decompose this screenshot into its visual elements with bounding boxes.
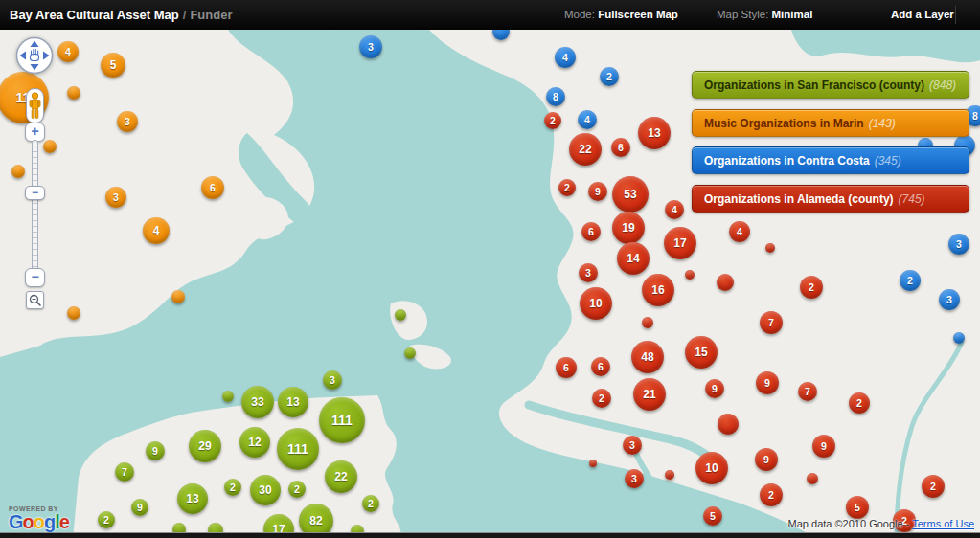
cluster-marker[interactable]: [765, 243, 775, 253]
cluster-marker[interactable]: [404, 347, 416, 359]
cluster-marker[interactable]: 9: [755, 448, 778, 471]
cluster-marker[interactable]: 2: [558, 179, 576, 196]
cluster-marker[interactable]: 29: [189, 430, 221, 462]
cluster-marker[interactable]: 30: [250, 475, 281, 505]
cluster-marker[interactable]: 2: [760, 483, 783, 506]
terms-of-use-link[interactable]: Terms of Use: [912, 518, 974, 529]
cluster-marker[interactable]: 13: [278, 387, 308, 417]
cluster-marker[interactable]: [642, 317, 653, 328]
cluster-marker[interactable]: [685, 270, 695, 280]
cluster-marker[interactable]: 33: [241, 386, 274, 418]
cluster-marker[interactable]: 19: [612, 212, 645, 244]
cluster-marker[interactable]: 2: [544, 112, 561, 129]
cluster-marker[interactable]: 22: [569, 133, 602, 166]
cluster-marker[interactable]: 3: [579, 263, 598, 282]
cluster-marker[interactable]: 8: [546, 87, 565, 106]
cluster-marker[interactable]: 14: [617, 242, 650, 275]
cluster-marker[interactable]: 4: [665, 200, 684, 219]
cluster-marker[interactable]: 15: [685, 336, 718, 369]
zoom-in-button[interactable]: +: [25, 123, 45, 142]
zoom-out-button[interactable]: −: [25, 268, 45, 287]
cluster-marker[interactable]: [67, 306, 80, 320]
cluster-marker[interactable]: [953, 332, 965, 344]
cluster-marker[interactable]: 2: [849, 392, 870, 414]
cluster-marker[interactable]: 10: [695, 452, 728, 484]
cluster-marker[interactable]: 3: [625, 469, 644, 488]
cluster-marker[interactable]: 2: [600, 67, 619, 86]
cluster-marker[interactable]: 3: [623, 436, 642, 455]
cluster-marker[interactable]: [67, 86, 80, 100]
cluster-marker[interactable]: 3: [323, 370, 342, 390]
cluster-marker[interactable]: 3: [117, 111, 138, 132]
cluster-marker[interactable]: 6: [611, 138, 630, 157]
cluster-marker[interactable]: [43, 140, 57, 153]
cluster-marker[interactable]: 7: [115, 462, 134, 482]
cluster-marker[interactable]: 3: [948, 234, 969, 255]
cluster-marker[interactable]: [171, 290, 185, 303]
legend-item-alameda[interactable]: Organizations in Alameda (county)(745): [692, 185, 969, 213]
cluster-marker[interactable]: 22: [325, 460, 357, 493]
cluster-marker[interactable]: 3: [105, 187, 126, 208]
cluster-marker[interactable]: 9: [131, 499, 148, 516]
legend-item-sf[interactable]: Organizations in San Francisco (county)(…: [692, 71, 969, 99]
zoom-magnifier-button[interactable]: [26, 291, 44, 309]
cluster-marker[interactable]: [665, 470, 674, 480]
cluster-marker[interactable]: [11, 165, 25, 178]
cluster-marker[interactable]: [718, 414, 739, 435]
cluster-marker[interactable]: 12: [239, 427, 270, 458]
cluster-marker[interactable]: 5: [846, 496, 869, 519]
pegman-control[interactable]: [26, 88, 44, 123]
add-layer-button[interactable]: Add a Layer: [891, 9, 954, 20]
map-style-indicator[interactable]: Map Style: Minimal: [717, 9, 812, 20]
cluster-marker[interactable]: 5: [703, 506, 722, 526]
cluster-marker[interactable]: 2: [592, 389, 611, 408]
cluster-marker[interactable]: 7: [760, 311, 783, 334]
cluster-marker[interactable]: 9: [588, 182, 607, 201]
cluster-marker[interactable]: 53: [612, 176, 649, 213]
cluster-marker[interactable]: 6: [591, 357, 610, 376]
cluster-marker[interactable]: [589, 460, 597, 467]
cluster-marker[interactable]: [717, 274, 734, 291]
cluster-marker[interactable]: 21: [633, 378, 666, 411]
cluster-marker[interactable]: [395, 309, 406, 321]
cluster-marker[interactable]: [222, 391, 234, 402]
cluster-marker[interactable]: 6: [556, 357, 577, 378]
map-base[interactable]: [0, 30, 980, 538]
cluster-marker[interactable]: 3: [359, 35, 382, 58]
legend-item-marin[interactable]: Music Organizations in Marin(143): [692, 109, 969, 137]
legend-item-cc[interactable]: Organizations in Contra Costa(345): [692, 146, 969, 174]
cluster-marker[interactable]: 13: [177, 483, 208, 514]
cluster-marker[interactable]: 111: [277, 428, 319, 470]
cluster-marker[interactable]: 6: [201, 176, 224, 199]
cluster-marker[interactable]: 2: [800, 276, 823, 299]
cluster-marker[interactable]: 10: [580, 287, 612, 320]
cluster-marker[interactable]: 9: [146, 441, 165, 460]
cluster-marker[interactable]: 9: [812, 435, 835, 458]
cluster-marker[interactable]: [807, 473, 818, 484]
cluster-marker[interactable]: 3: [939, 289, 960, 310]
cluster-marker[interactable]: 5: [101, 53, 125, 78]
cluster-marker[interactable]: 48: [631, 341, 664, 373]
cluster-marker[interactable]: 111: [319, 397, 365, 443]
cluster-marker[interactable]: 17: [664, 227, 696, 259]
cluster-marker[interactable]: 13: [638, 117, 671, 149]
cluster-marker[interactable]: 2: [900, 270, 921, 291]
google-logo[interactable]: Google: [9, 512, 69, 531]
cluster-marker[interactable]: 6: [581, 222, 601, 241]
cluster-marker[interactable]: 7: [798, 382, 817, 401]
cluster-marker[interactable]: 4: [555, 47, 576, 68]
cluster-marker[interactable]: 2: [98, 511, 115, 528]
cluster-marker[interactable]: 4: [729, 221, 750, 242]
map-viewport[interactable]: 4511336434284832321322629534619171431610…: [0, 30, 980, 538]
cluster-marker[interactable]: 16: [642, 274, 674, 306]
cluster-marker[interactable]: 9: [705, 379, 724, 398]
cluster-marker[interactable]: 4: [578, 110, 597, 129]
mode-indicator[interactable]: Mode: Fullscreen Map: [564, 9, 678, 20]
zoom-slider-track[interactable]: [32, 140, 38, 274]
cluster-marker[interactable]: 9: [756, 371, 779, 394]
cluster-marker[interactable]: 2: [224, 479, 241, 496]
cluster-marker[interactable]: 4: [57, 41, 79, 62]
cluster-marker[interactable]: 2: [922, 475, 945, 498]
pan-control[interactable]: [15, 36, 54, 75]
cluster-marker[interactable]: 2: [288, 481, 306, 498]
